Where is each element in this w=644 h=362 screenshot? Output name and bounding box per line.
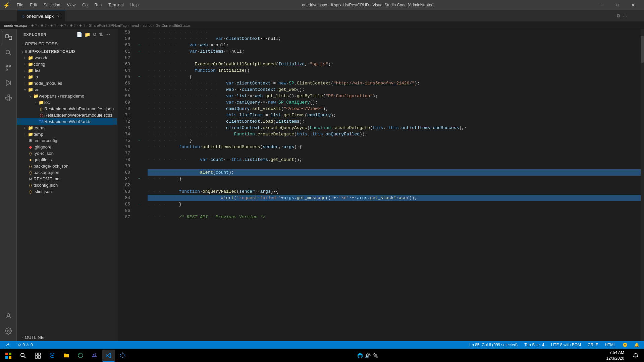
- scrollbar-thumb[interactable]: [641, 36, 644, 63]
- bc-item-6[interactable]: ◈: [79, 23, 82, 27]
- code-content[interactable]: · · · · · · · · · · · · · · · · · · · · …: [144, 29, 641, 341]
- task-view-button[interactable]: [31, 350, 45, 362]
- bc-item-1[interactable]: ◈: [31, 23, 34, 27]
- menu-view[interactable]: View: [64, 2, 78, 8]
- status-errors[interactable]: ⊘ 0 ⚠ 0: [17, 343, 34, 347]
- tree-package-json[interactable]: › {} package.json: [17, 169, 117, 176]
- code-line-65: · · · · · · {: [148, 74, 641, 80]
- tree-package-lock[interactable]: › {} package-lock.json: [17, 163, 117, 169]
- menu-selection[interactable]: Selection: [41, 2, 63, 8]
- tree-src[interactable]: ∨ 📁 src: [17, 86, 117, 93]
- bc-item-0[interactable]: onedrive.aspx: [4, 23, 27, 27]
- start-button[interactable]: [2, 350, 15, 362]
- activity-settings[interactable]: [2, 324, 15, 338]
- status-feedback[interactable]: 😊: [621, 343, 629, 347]
- tree-vscode[interactable]: › 📁 .vscode: [17, 55, 117, 61]
- bc-item-4[interactable]: ◈: [60, 23, 63, 27]
- close-button[interactable]: ✕: [625, 0, 641, 10]
- activity-explorer[interactable]: [2, 31, 15, 44]
- bc-item-5[interactable]: ◈: [70, 23, 72, 27]
- status-line-ending[interactable]: CRLF: [586, 343, 599, 347]
- tree-module-scss[interactable]: › ◎ RestapidemoWebPart.module.scss: [17, 112, 117, 118]
- svg-point-5: [9, 65, 11, 67]
- code-line-73: · · · · · · · · · · · · · · clientContex…: [148, 125, 641, 131]
- taskbar-edge-dev[interactable]: [74, 350, 87, 362]
- tab-onedrive[interactable]: ◇ onedrive.aspx ×: [17, 10, 65, 22]
- tree-manifest[interactable]: › {} RestapidemoWebPart.manifest.json: [17, 106, 117, 112]
- code-editor[interactable]: 58 59 60 61 62 63 64 65 66 67 68 69 70 7…: [117, 29, 644, 341]
- more-actions-icon[interactable]: ···: [623, 13, 627, 19]
- code-line-77: [148, 150, 641, 157]
- activity-run[interactable]: [2, 76, 15, 89]
- tree-dist[interactable]: › 📁 dist: [17, 67, 117, 74]
- split-editor-icon[interactable]: ⧉: [617, 13, 620, 19]
- bc-item-script[interactable]: script: [143, 23, 152, 27]
- project-root-header[interactable]: ∨ # SPFX-LISTRESTCRUD: [17, 48, 117, 55]
- status-language[interactable]: HTML: [603, 343, 617, 347]
- status-git-branch[interactable]: ⎇: [3, 343, 13, 347]
- git-branch-name: [10, 343, 11, 347]
- tree-gitignore[interactable]: › ◆ .gitignore: [17, 144, 117, 150]
- tree-webpart-ts[interactable]: › TS RestapidemoWebPart.ts: [17, 118, 117, 125]
- collapse-all-icon[interactable]: ⇅: [99, 32, 103, 37]
- activity-accounts[interactable]: [2, 309, 15, 323]
- tab-close-button[interactable]: ×: [57, 13, 60, 19]
- refresh-icon[interactable]: ↺: [93, 32, 97, 37]
- tree-node-modules[interactable]: › 📁 node_modules: [17, 80, 117, 86]
- bc-item-2[interactable]: ◈: [41, 23, 43, 27]
- tree-gulpfile[interactable]: › ● gulpfile.js: [17, 157, 117, 163]
- status-tab-size[interactable]: Tab Size: 4: [523, 343, 545, 347]
- tree-temp[interactable]: › 📁 temp: [17, 131, 117, 137]
- more-icon[interactable]: ···: [105, 32, 110, 37]
- tree-config[interactable]: › 📁 config: [17, 61, 117, 67]
- tree-tslint[interactable]: › {} tslint.json: [17, 188, 117, 195]
- new-file-icon[interactable]: 📄: [76, 32, 83, 37]
- menu-terminal[interactable]: Terminal: [106, 2, 126, 8]
- tray-volume-icon[interactable]: 🔊: [365, 353, 371, 358]
- tray-network-icon[interactable]: 🌐: [357, 353, 363, 358]
- activity-source-control[interactable]: [2, 61, 15, 74]
- tree-yo-rc[interactable]: › {} .yo-rc.json: [17, 150, 117, 157]
- tray-battery-icon[interactable]: 🔌: [373, 353, 378, 358]
- outline-header[interactable]: › OUTLINE: [17, 334, 117, 341]
- bc-item-3[interactable]: ◈: [50, 23, 53, 27]
- menu-file[interactable]: File: [14, 2, 26, 8]
- tree-loc[interactable]: › 📁 loc: [17, 99, 117, 106]
- bc-item-head[interactable]: head: [130, 23, 139, 27]
- menu-run[interactable]: Run: [92, 2, 104, 8]
- activity-search[interactable]: [2, 46, 15, 59]
- tree-editorconfig[interactable]: › ⚙ .editorconfig: [17, 137, 117, 144]
- bc-item-fn[interactable]: GetCurrentSiteStatus: [156, 23, 191, 27]
- code-line-79: [148, 163, 641, 169]
- sidebar-header: EXPLORER 📄 📁 ↺ ⇅ ···: [17, 29, 117, 40]
- menu-edit[interactable]: Edit: [27, 2, 40, 8]
- menu-go[interactable]: Go: [79, 2, 90, 8]
- taskbar-clock[interactable]: 7:54 AM 12/3/2020: [606, 350, 628, 361]
- vertical-scrollbar[interactable]: [641, 29, 644, 341]
- notification-button[interactable]: [629, 350, 642, 362]
- bc-item-sp[interactable]: SharePoint:SPHtmlTag: [89, 23, 127, 27]
- svg-rect-10: [8, 95, 10, 97]
- svg-point-19: [21, 353, 24, 357]
- search-button[interactable]: [16, 350, 30, 362]
- taskbar-edge[interactable]: [46, 350, 59, 362]
- activity-extensions[interactable]: [2, 91, 15, 105]
- status-encoding[interactable]: UTF-8 with BOM: [550, 343, 582, 347]
- menu-help[interactable]: Help: [128, 2, 142, 8]
- tree-teams[interactable]: › 📁 teams: [17, 125, 117, 131]
- taskbar-teams[interactable]: [88, 350, 101, 362]
- taskbar-extension[interactable]: [116, 350, 129, 362]
- tree-readme[interactable]: › M README.md: [17, 176, 117, 182]
- tree-webparts[interactable]: ∨ 📁 webparts \ restapidemo: [17, 93, 117, 99]
- status-bell[interactable]: 🔔: [633, 343, 641, 347]
- taskbar-vscode[interactable]: [102, 350, 115, 362]
- new-folder-icon[interactable]: 📁: [85, 32, 91, 37]
- tree-lib[interactable]: › 📁 lib: [17, 74, 117, 80]
- editor-area: 58 59 60 61 62 63 64 65 66 67 68 69 70 7…: [117, 29, 644, 341]
- tree-tsconfig[interactable]: › {} tsconfig.json: [17, 182, 117, 188]
- taskbar-explorer[interactable]: [60, 350, 73, 362]
- open-editors-header[interactable]: › OPEN EDITORS: [17, 41, 117, 47]
- minimize-button[interactable]: ─: [594, 0, 610, 10]
- maximize-button[interactable]: □: [610, 0, 625, 10]
- status-position[interactable]: Ln 85, Col 6 (999 selected): [468, 343, 519, 347]
